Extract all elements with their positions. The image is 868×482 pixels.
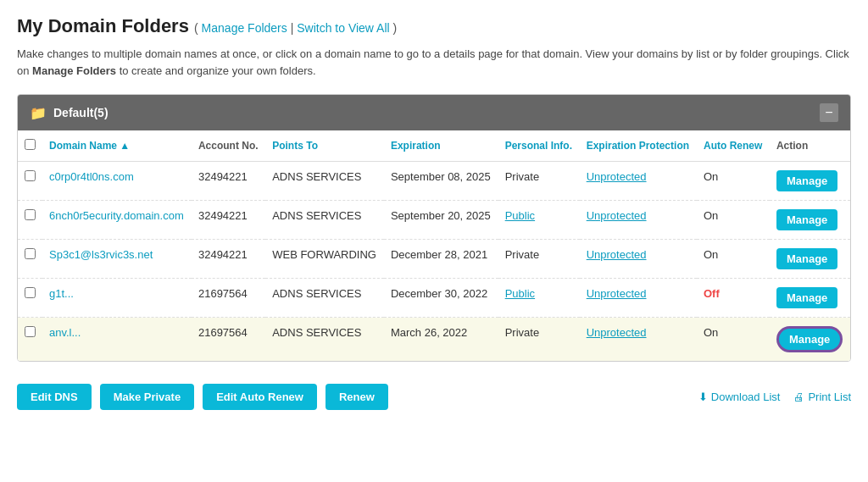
renew-button[interactable]: Renew bbox=[326, 384, 388, 410]
points-to-cell: WEB FORWARDING bbox=[265, 240, 384, 279]
expiration-cell: September 20, 2025 bbox=[384, 201, 498, 240]
table-row: Sp3c1@ls3rvic3s.net32494221WEB FORWARDIN… bbox=[18, 240, 850, 279]
row-checkbox[interactable] bbox=[25, 209, 36, 220]
account-no-cell: 32494221 bbox=[192, 162, 265, 201]
manage-button[interactable]: Manage bbox=[776, 326, 843, 352]
footer-right: ⬇ Download List 🖨 Print List bbox=[698, 391, 851, 403]
expiration-cell: December 28, 2021 bbox=[384, 240, 498, 279]
table-row: c0rp0r4tl0ns.com32494221ADNS SERVICESSep… bbox=[18, 162, 850, 201]
domains-table: Domain Name ▲ Account No. Points To Expi… bbox=[18, 130, 850, 361]
domain-link[interactable]: anv.l... bbox=[49, 326, 81, 339]
protection-link[interactable]: Unprotected bbox=[587, 287, 647, 300]
protection-link[interactable]: Unprotected bbox=[587, 209, 647, 222]
col-expiration: Expiration bbox=[384, 130, 498, 162]
action-cell: Manage bbox=[770, 201, 850, 240]
download-icon: ⬇ bbox=[698, 391, 708, 403]
row-checkbox[interactable] bbox=[25, 326, 36, 337]
folder-collapse-button[interactable]: − bbox=[820, 103, 838, 122]
edit-auto-renew-button[interactable]: Edit Auto Renew bbox=[203, 384, 317, 410]
points-to-cell: ADNS SERVICES bbox=[265, 279, 384, 318]
page-description: Make changes to multiple domain names at… bbox=[17, 46, 851, 79]
expiration-cell: December 30, 2022 bbox=[384, 279, 498, 318]
personal-info-cell: Private bbox=[498, 162, 580, 201]
action-cell: Manage bbox=[770, 240, 850, 279]
footer-bar: Edit DNS Make Private Edit Auto Renew Re… bbox=[17, 377, 851, 410]
table-row: g1t...21697564ADNS SERVICESDecember 30, … bbox=[18, 279, 850, 318]
make-private-button[interactable]: Make Private bbox=[100, 384, 195, 410]
manage-folders-link[interactable]: Manage Folders bbox=[202, 21, 287, 35]
protection-cell: Unprotected bbox=[580, 240, 697, 279]
print-list-link[interactable]: 🖨 Print List bbox=[793, 391, 851, 403]
col-account-no: Account No. bbox=[192, 130, 265, 162]
folder-header: 📁 Default(5) − bbox=[18, 95, 850, 130]
domain-name-cell: 6nch0r5ecurity.domain.com bbox=[42, 201, 192, 240]
personal-info-cell: Private bbox=[498, 318, 580, 362]
domain-name-cell: g1t... bbox=[42, 279, 192, 318]
select-all-checkbox[interactable] bbox=[25, 139, 36, 150]
action-cell: Manage bbox=[770, 279, 850, 318]
expiration-cell: March 26, 2022 bbox=[384, 318, 498, 362]
col-action: Action bbox=[770, 130, 850, 162]
account-no-cell: 21697564 bbox=[192, 279, 265, 318]
personal-info-link[interactable]: Public bbox=[505, 209, 535, 222]
account-no-cell: 32494221 bbox=[192, 240, 265, 279]
col-auto-renew: Auto Renew bbox=[697, 130, 770, 162]
protection-link[interactable]: Unprotected bbox=[587, 248, 647, 261]
table-header-row: Domain Name ▲ Account No. Points To Expi… bbox=[18, 130, 850, 162]
edit-dns-button[interactable]: Edit DNS bbox=[17, 384, 92, 410]
points-to-cell: ADNS SERVICES bbox=[265, 318, 384, 362]
auto-renew-cell: On bbox=[697, 162, 770, 201]
select-all-header bbox=[18, 130, 42, 162]
table-row: anv.l...21697564ADNS SERVICESMarch 26, 2… bbox=[18, 318, 850, 362]
protection-cell: Unprotected bbox=[580, 318, 697, 362]
row-checkbox[interactable] bbox=[25, 248, 36, 259]
footer-left: Edit DNS Make Private Edit Auto Renew Re… bbox=[17, 384, 388, 410]
col-protection: Expiration Protection bbox=[580, 130, 697, 162]
col-points-to: Points To bbox=[265, 130, 384, 162]
protection-link[interactable]: Unprotected bbox=[587, 326, 647, 339]
row-checkbox[interactable] bbox=[25, 287, 36, 298]
domain-name-cell: anv.l... bbox=[42, 318, 192, 362]
row-checkbox[interactable] bbox=[25, 170, 36, 181]
account-no-cell: 21697564 bbox=[192, 318, 265, 362]
protection-link[interactable]: Unprotected bbox=[587, 170, 647, 183]
folder-icon: 📁 bbox=[30, 105, 47, 121]
manage-button[interactable]: Manage bbox=[776, 248, 837, 269]
manage-button[interactable]: Manage bbox=[776, 287, 837, 308]
points-to-cell: ADNS SERVICES bbox=[265, 162, 384, 201]
download-list-link[interactable]: ⬇ Download List bbox=[698, 391, 781, 403]
manage-button[interactable]: Manage bbox=[776, 170, 837, 191]
points-to-cell: ADNS SERVICES bbox=[265, 201, 384, 240]
action-cell: Manage bbox=[770, 318, 850, 362]
manage-button[interactable]: Manage bbox=[776, 209, 837, 230]
personal-info-cell: Private bbox=[498, 240, 580, 279]
auto-renew-cell: On bbox=[697, 201, 770, 240]
folder-container: 📁 Default(5) − Domain Name ▲ Account No.… bbox=[17, 94, 851, 362]
domain-link[interactable]: Sp3c1@ls3rvic3s.net bbox=[49, 248, 153, 261]
page-title: My Domain Folders ( Manage Folders | Swi… bbox=[17, 15, 851, 37]
domain-link[interactable]: c0rp0r4tl0ns.com bbox=[49, 170, 134, 183]
auto-renew-cell: On bbox=[697, 240, 770, 279]
account-no-cell: 32494221 bbox=[192, 201, 265, 240]
print-icon: 🖨 bbox=[793, 391, 804, 403]
col-personal-info: Personal Info. bbox=[498, 130, 580, 162]
protection-cell: Unprotected bbox=[580, 279, 697, 318]
switch-view-link[interactable]: Switch to View All bbox=[297, 21, 389, 35]
protection-cell: Unprotected bbox=[580, 201, 697, 240]
auto-renew-cell: Off bbox=[697, 279, 770, 318]
personal-info-cell: Public bbox=[498, 201, 580, 240]
domain-link[interactable]: 6nch0r5ecurity.domain.com bbox=[49, 209, 184, 222]
personal-info-cell: Public bbox=[498, 279, 580, 318]
domain-name-cell: Sp3c1@ls3rvic3s.net bbox=[42, 240, 192, 279]
personal-info-link[interactable]: Public bbox=[505, 287, 535, 300]
domain-link[interactable]: g1t... bbox=[49, 287, 74, 300]
action-cell: Manage bbox=[770, 162, 850, 201]
col-domain-name[interactable]: Domain Name ▲ bbox=[42, 130, 192, 162]
domain-name-cell: c0rp0r4tl0ns.com bbox=[42, 162, 192, 201]
folder-name: Default(5) bbox=[53, 106, 108, 119]
table-row: 6nch0r5ecurity.domain.com32494221ADNS SE… bbox=[18, 201, 850, 240]
expiration-cell: September 08, 2025 bbox=[384, 162, 498, 201]
protection-cell: Unprotected bbox=[580, 162, 697, 201]
auto-renew-cell: On bbox=[697, 318, 770, 362]
